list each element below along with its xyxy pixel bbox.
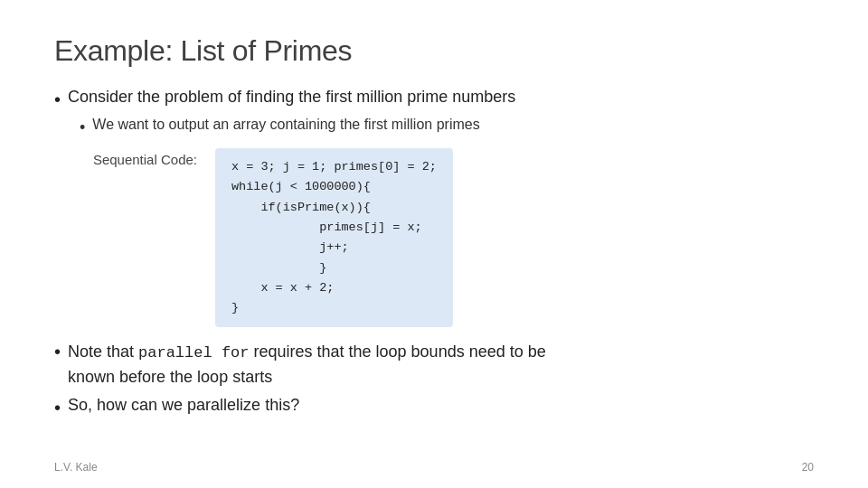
note-prefix: Note that (68, 343, 138, 361)
note-inline-code: parallel for (138, 344, 249, 361)
code-label: Sequential Code: (80, 148, 197, 167)
footer-page: 20 (802, 461, 814, 474)
bullet-note-3: • So, how can we parallelize this? (54, 396, 814, 420)
bullet-sub-1-text: We want to output an array containing th… (92, 117, 479, 133)
footer: L.V. Kale 20 (0, 461, 868, 474)
bullet-note-dot-3: • (54, 396, 61, 420)
bullet-dot-1: • (54, 88, 61, 111)
bullet-note-dot-2: • (54, 340, 61, 364)
bullet-sub-1: • We want to output an array containing … (80, 117, 814, 139)
footer-author: L.V. Kale (54, 461, 98, 474)
code-block: x = 3; j = 1; primes[0] = 2; while(j < 1… (215, 148, 453, 327)
bullet-main-1: • Consider the problem of finding the fi… (54, 88, 814, 111)
bullet-main-1-text: Consider the problem of finding the firs… (68, 88, 515, 107)
slide: Example: List of Primes • Consider the p… (0, 0, 868, 488)
slide-title: Example: List of Primes (54, 34, 814, 68)
code-section: Sequential Code: x = 3; j = 1; primes[0]… (80, 148, 814, 327)
bullet-note-3-text: So, how can we parallelize this? (68, 396, 299, 415)
bullet-sub-dot-1: • (80, 117, 85, 139)
bullet-note-2: • Note that parallel for requires that t… (54, 340, 814, 389)
bullet-note-2-text: Note that parallel for requires that the… (68, 340, 546, 389)
